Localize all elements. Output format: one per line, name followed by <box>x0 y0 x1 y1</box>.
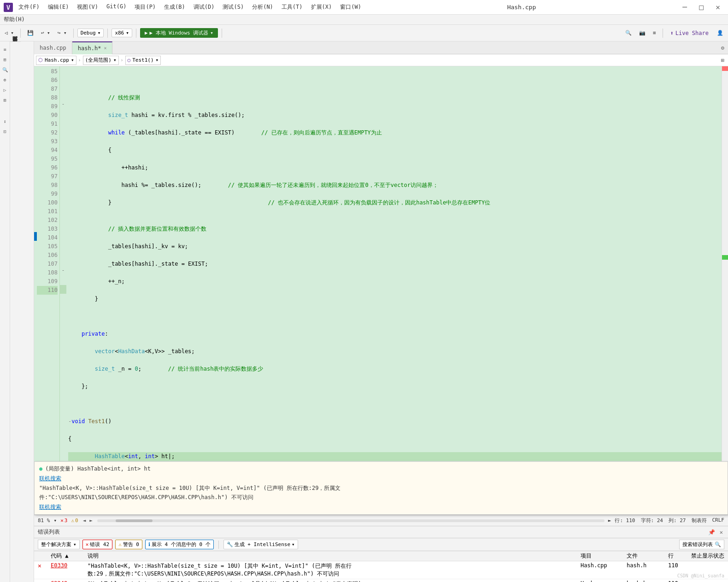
account-button[interactable]: 👤 <box>714 29 726 37</box>
scope-dropdown[interactable]: (全局范围) ▾ <box>83 56 119 65</box>
redo-button[interactable]: ↪ ▾ <box>55 29 70 37</box>
menu-extensions[interactable]: 扩展(X) <box>307 1 336 13</box>
menu-git[interactable]: Git(G) <box>103 1 130 13</box>
code-content[interactable]: // 线性探测 size_t hashi = kv.first % _table… <box>66 66 722 461</box>
intellisense-link1[interactable]: 联机搜索 <box>39 474 723 483</box>
sidebar-icon-1[interactable]: ≡ <box>1 45 9 53</box>
line-91: ++hashi; <box>68 163 722 172</box>
tab-hash-h-close[interactable]: × <box>104 46 106 51</box>
properties-icon[interactable]: ⚙ <box>717 45 728 51</box>
line-105: }; <box>68 382 722 391</box>
close-panel-button[interactable]: ✕ <box>718 529 724 535</box>
filter-chevron: ▾ <box>292 541 295 547</box>
row1-code[interactable]: E0330 <box>49 562 86 569</box>
nav-arrow-right[interactable]: ► <box>608 518 611 524</box>
error-code-link-2[interactable]: C2248 <box>51 580 67 582</box>
maximize-button[interactable]: □ <box>695 1 708 14</box>
col-header-project[interactable]: 项目 <box>579 552 625 560</box>
sidebar-icon-3[interactable]: 🔍 <box>1 65 9 74</box>
row2-icon: ✕ <box>36 580 49 582</box>
col-header-file[interactable]: 文件 <box>625 552 666 560</box>
tab-hash-cpp[interactable]: hash.cpp <box>34 41 72 54</box>
table-row[interactable]: ✕ E0330 "HashTable<K, V>::HashTable(size… <box>34 561 728 579</box>
scope-dropdown[interactable]: 整个解决方案 ▾ <box>38 540 80 549</box>
error-list-header: 错误列表 📌 ✕ <box>34 526 728 538</box>
error-type-icon-2: ✕ <box>38 580 41 582</box>
symbol-dropdown[interactable]: ○ Test1() ▾ <box>125 56 161 65</box>
menu-view[interactable]: 视图(V) <box>73 1 102 13</box>
platform-dropdown[interactable]: x86 ▾ <box>112 29 132 37</box>
intellisense-type-icon: ● <box>39 465 42 473</box>
error-code-link[interactable]: E0330 <box>51 562 67 569</box>
code-editor[interactable]: 8586878889 9091929394 9596979899 1001011… <box>34 66 728 461</box>
warning-count-label: 0 <box>75 518 78 524</box>
menu-project[interactable]: 项目(P) <box>131 1 159 13</box>
col-header-desc[interactable]: 说明 <box>86 552 579 560</box>
solution-explorer-tab[interactable]: 解决方案资源管理器 <box>10 41 21 49</box>
col-header-code[interactable]: 代码 ▲ <box>49 552 86 560</box>
error-count[interactable]: ✕ 3 <box>60 518 67 524</box>
menu-test[interactable]: 测试(S) <box>219 1 247 13</box>
menu-edit[interactable]: 编辑(E) <box>44 1 73 13</box>
line-88: size_t hashi = kv.first % _tables.size()… <box>68 111 722 120</box>
menu-window[interactable]: 窗口(W) <box>336 1 365 13</box>
nav-prev-button[interactable]: ◄ <box>82 518 87 524</box>
line-97: _tables[hashi]._state = EXIST; <box>68 260 722 268</box>
sidebar-icons: ≡ ⊞ 🔍 ⊕ ▷ ⊞ ↕ ⊡ <box>0 41 10 582</box>
snapshot-button[interactable]: 📷 <box>636 29 648 37</box>
undo-button[interactable]: ↩ ▾ <box>38 29 53 37</box>
sidebar-icon-5[interactable]: ▷ <box>1 86 9 94</box>
row2-line: 110 <box>666 580 689 582</box>
table-row[interactable]: ✕ C2248 "HashTable<int,int>::HashTable":… <box>34 579 728 582</box>
minimize-button[interactable]: ─ <box>678 1 691 14</box>
pin-panel-button[interactable]: 📌 <box>707 529 716 535</box>
error-search[interactable]: 搜索错误列表 🔍 <box>679 540 724 549</box>
debug-mode-dropdown[interactable]: Debug ▾ <box>77 29 104 37</box>
menu-file[interactable]: 文件(F) <box>15 1 43 13</box>
menu-analyze[interactable]: 分析(N) <box>248 1 277 13</box>
live-share-button[interactable]: ⬆ Live Share <box>667 29 712 38</box>
run-button[interactable]: ▶ ▶ 本地 Windows 调试器 ▾ <box>140 28 218 38</box>
sidebar-icon-7[interactable]: ↕ <box>1 117 9 125</box>
search-toolbar-button[interactable]: 🔍 <box>622 29 634 37</box>
tab-hash-h[interactable]: hash.h* × <box>72 41 113 54</box>
warning-icon: ⚠ <box>71 518 74 524</box>
collapse-button[interactable]: ⊞ <box>719 57 726 64</box>
row1-file: hash.h <box>625 562 666 569</box>
filename-dropdown[interactable]: ⬡ Hash.cpp ▾ <box>36 56 76 65</box>
zoom-dropdown[interactable]: ▾ <box>54 518 57 524</box>
col-header-suppress[interactable]: 禁止显示状态 <box>689 552 726 560</box>
close-button[interactable]: ✕ <box>711 1 724 14</box>
more-toolbar-button[interactable]: ≡ <box>650 29 659 37</box>
sidebar-icon-4[interactable]: ⊕ <box>1 76 9 84</box>
search-icon: 🔍 <box>715 541 721 547</box>
menu-debug[interactable]: 调试(D) <box>190 1 218 13</box>
error-badge[interactable]: ✕ 错误 42 <box>82 540 113 549</box>
watermark: CSDN @Nini_suanfa <box>677 573 724 578</box>
symbol-label: Test1() <box>132 57 153 63</box>
platform-chevron: ▾ <box>126 30 129 36</box>
filter-badge[interactable]: 🔧 生成 + IntelliSense ▾ <box>223 540 298 549</box>
sidebar-icon-8[interactable]: ⊡ <box>1 127 9 135</box>
online-search-link-2[interactable]: 联机搜索 <box>39 504 61 510</box>
row2-code[interactable]: C2248 <box>49 580 86 582</box>
menu-build[interactable]: 生成(B) <box>160 1 189 13</box>
sidebar-icon-2[interactable]: ⊞ <box>1 55 9 64</box>
menu-help[interactable]: 帮助(H) <box>0 15 29 24</box>
title-bar-right: ─ □ ✕ <box>678 1 724 14</box>
nav-next-button[interactable]: ► <box>88 518 94 524</box>
col-header-line[interactable]: 行 <box>666 552 689 560</box>
warning-badge[interactable]: ⚠ 警告 0 <box>115 540 142 549</box>
sidebar-icon-6[interactable]: ⊞ <box>1 96 9 104</box>
online-search-link-1[interactable]: 联机搜索 <box>39 475 61 482</box>
symbol-chevron: ▾ <box>156 57 159 63</box>
back-button[interactable]: ◁ ▾ <box>2 29 17 37</box>
save-all-button[interactable]: 💾 <box>24 29 36 37</box>
right-scrollbar[interactable] <box>722 66 728 461</box>
panel-controls: 📌 ✕ <box>707 529 724 535</box>
info-badge[interactable]: ℹ 展示 4 个消息中的 0 个 <box>145 540 214 549</box>
horizontal-scrollbar[interactable] <box>97 519 605 522</box>
intellisense-link2[interactable]: 联机搜索 <box>39 503 723 512</box>
warning-count[interactable]: ⚠ 0 <box>71 518 78 524</box>
menu-tools[interactable]: 工具(T) <box>278 1 306 13</box>
